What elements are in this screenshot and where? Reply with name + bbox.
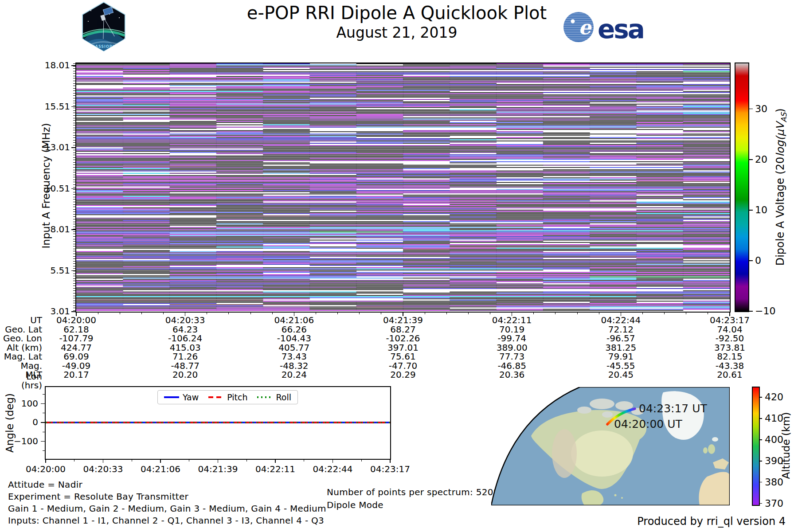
- angle-x-major-tick: [275, 460, 276, 463]
- y-minor-tick: [73, 180, 75, 180]
- ephemeris-value: 20.45: [592, 369, 649, 380]
- voltage-colorbar-label: Dipole A Voltage (20log(μVAS): [774, 54, 788, 320]
- y-minor-tick: [73, 249, 75, 249]
- y-minor-tick: [73, 224, 75, 224]
- altitude-cbar-tick: [759, 482, 762, 483]
- cbar-label-suffix: ): [774, 108, 786, 112]
- x-minor-tick: [272, 313, 273, 314]
- y-minor-tick: [73, 229, 75, 229]
- y-minor-tick: [73, 103, 75, 103]
- x-minor-tick: [577, 313, 578, 314]
- altitude-colorbar-label: Altitude (km): [780, 379, 792, 512]
- altitude-cbar-tick: [759, 461, 762, 462]
- y-minor-tick: [73, 296, 75, 296]
- quicklook-page: CASSIOPE e-POP RRI Dipole A Quicklook Pl…: [0, 0, 798, 532]
- patch-wordmark: CASSIOPE: [92, 45, 115, 49]
- y-minor-tick: [73, 305, 75, 306]
- angle-y-major-tick: [41, 403, 45, 404]
- angle-x-major-tick: [218, 460, 219, 463]
- legend-label-roll: Roll: [276, 392, 291, 402]
- y-minor-tick: [73, 73, 75, 74]
- angle-y-minor-tick: [43, 413, 45, 413]
- roll-line-swatch: [257, 396, 272, 398]
- x-minor-tick: [228, 313, 229, 314]
- altitude-cbar-tick: [759, 397, 762, 398]
- y-minor-tick: [73, 268, 75, 269]
- y-minor-tick: [73, 123, 75, 123]
- voltage-cbar-tick: [749, 159, 753, 160]
- angle-x-major-tick: [390, 460, 391, 463]
- y-minor-tick: [73, 192, 75, 192]
- y-minor-tick: [73, 83, 75, 84]
- angle-x-minor-tick: [246, 460, 247, 462]
- x-minor-tick: [337, 313, 338, 314]
- y-minor-tick: [73, 172, 75, 172]
- angle-x-tick-label: 04:20:33: [76, 464, 131, 474]
- y-minor-tick: [73, 276, 75, 276]
- y-minor-tick: [73, 133, 75, 133]
- y-minor-tick: [73, 308, 75, 308]
- x-minor-tick: [207, 313, 207, 314]
- y-minor-tick: [73, 101, 75, 101]
- y-minor-tick: [73, 167, 75, 168]
- y-minor-tick: [73, 155, 75, 155]
- angle-y-tick-label: −100: [11, 436, 38, 446]
- y-minor-tick: [73, 125, 75, 125]
- angle-x-minor-tick: [304, 460, 304, 462]
- altitude-colorbar: [752, 387, 760, 506]
- map-british-isles: [708, 444, 715, 454]
- pitch-line-swatch: [208, 396, 223, 398]
- y-minor-tick: [73, 90, 75, 91]
- x-minor-tick: [381, 313, 381, 314]
- y-minor-tick: [73, 182, 75, 182]
- y-minor-tick: [73, 219, 75, 219]
- y-minor-tick: [73, 227, 75, 227]
- x-minor-tick: [359, 313, 360, 314]
- y-minor-tick: [73, 137, 75, 138]
- altitude-cbar-tick: [759, 503, 762, 504]
- angle-y-minor-tick: [43, 450, 45, 451]
- yaw-line-swatch: [164, 396, 179, 398]
- angle-x-minor-tick: [189, 460, 189, 462]
- esa-e-glyph: e: [579, 16, 592, 39]
- angle-x-minor-tick: [74, 460, 74, 462]
- x-minor-tick: [425, 313, 425, 314]
- y-minor-tick: [73, 145, 75, 145]
- y-minor-tick: [73, 254, 75, 254]
- voltage-cbar-tick: [749, 109, 753, 110]
- y-minor-tick: [73, 258, 75, 259]
- angle-y-tick-label: 100: [11, 398, 38, 409]
- freq-tick-label: 18.01: [43, 60, 70, 70]
- y-minor-tick: [73, 261, 75, 262]
- y-minor-tick: [73, 177, 75, 177]
- y-minor-tick: [73, 209, 75, 210]
- y-minor-tick: [73, 157, 75, 158]
- angle-y-minor-tick: [43, 432, 45, 432]
- angle-x-major-tick: [332, 460, 333, 463]
- voltage-cbar-tick: [749, 311, 753, 312]
- annotation-attitude: Attitude = Nadir: [8, 479, 82, 490]
- y-minor-tick: [73, 288, 75, 289]
- map-arctic-islands: [590, 399, 614, 409]
- y-minor-tick: [73, 301, 75, 301]
- x-minor-tick: [555, 313, 555, 314]
- y-major-tick: [71, 229, 75, 230]
- legend-item-roll: Roll: [257, 392, 291, 402]
- y-minor-tick: [73, 274, 75, 274]
- y-minor-tick: [73, 246, 75, 246]
- angle-x-major-tick: [45, 460, 46, 463]
- y-minor-tick: [73, 175, 75, 175]
- angle-x-major-tick: [103, 460, 104, 463]
- angle-legend: Yaw Pitch Roll: [157, 390, 298, 404]
- y-minor-tick: [73, 76, 75, 76]
- y-minor-tick: [73, 86, 75, 86]
- y-minor-tick: [73, 128, 75, 128]
- x-minor-tick: [316, 313, 316, 314]
- y-minor-tick: [73, 310, 75, 311]
- angle-y-minor-tick: [43, 394, 45, 395]
- annotation-dipole-mode: Dipole Mode: [327, 500, 383, 510]
- x-minor-tick: [98, 313, 98, 314]
- annotation-inputs: Inputs: Channel 1 - I1, Channel 2 - Q1, …: [8, 515, 324, 526]
- angle-x-tick-label: 04:21:06: [133, 464, 188, 474]
- y-minor-tick: [73, 147, 75, 148]
